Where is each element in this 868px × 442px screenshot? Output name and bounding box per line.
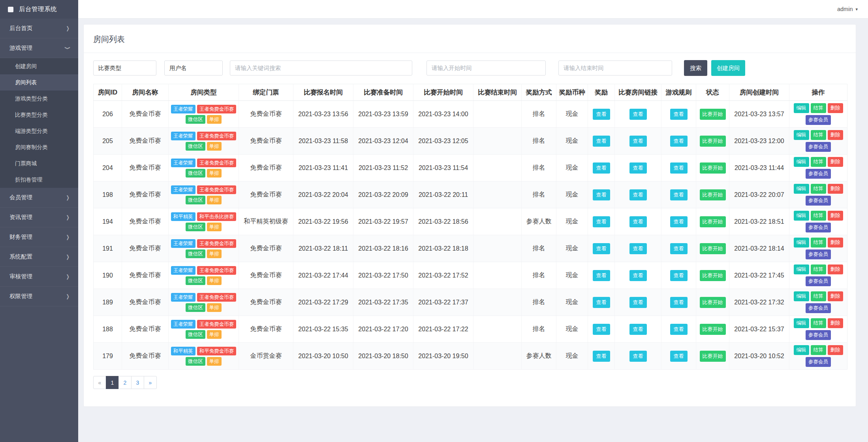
- reward-view-button[interactable]: 查看: [593, 162, 610, 174]
- members-button[interactable]: 参赛会员: [806, 276, 831, 286]
- delete-button[interactable]: 删除: [828, 130, 843, 140]
- status-button[interactable]: 比赛开始: [700, 136, 726, 147]
- settle-button[interactable]: 结算: [811, 345, 826, 355]
- edit-button[interactable]: 编辑: [794, 211, 809, 221]
- rules-view-button[interactable]: 查看: [670, 136, 688, 147]
- rules-view-button[interactable]: 查看: [670, 189, 688, 200]
- reward-view-button[interactable]: 查看: [593, 109, 610, 120]
- delete-button[interactable]: 删除: [828, 211, 843, 221]
- rules-view-button[interactable]: 查看: [670, 324, 688, 335]
- delete-button[interactable]: 删除: [828, 103, 843, 113]
- members-button[interactable]: 参赛会员: [806, 115, 831, 125]
- sidebar-item-资讯管理[interactable]: 资讯管理❯: [0, 208, 78, 227]
- sidebar-subitem-创建房间[interactable]: 创建房间: [0, 58, 78, 74]
- members-button[interactable]: 参赛会员: [806, 223, 831, 232]
- sidebar-subitem-端游类型分类[interactable]: 端游类型分类: [0, 123, 78, 139]
- edit-button[interactable]: 编辑: [794, 184, 809, 194]
- user-dropdown[interactable]: admin ▾: [837, 6, 858, 12]
- edit-button[interactable]: 编辑: [794, 264, 809, 274]
- sidebar-item-财务管理[interactable]: 财务管理❯: [0, 227, 78, 247]
- delete-button[interactable]: 删除: [828, 184, 843, 194]
- create-room-button[interactable]: 创建房间: [711, 60, 745, 76]
- status-button[interactable]: 比赛开始: [700, 243, 726, 254]
- rules-view-button[interactable]: 查看: [670, 109, 688, 120]
- edit-button[interactable]: 编辑: [794, 318, 809, 328]
- settle-button[interactable]: 结算: [811, 103, 826, 113]
- pagination-page-1[interactable]: 1: [106, 376, 119, 389]
- search-button[interactable]: 搜索: [684, 60, 707, 76]
- reward-view-button[interactable]: 查看: [593, 270, 610, 281]
- members-button[interactable]: 参赛会员: [806, 142, 831, 152]
- reward-view-button[interactable]: 查看: [593, 351, 610, 362]
- members-button[interactable]: 参赛会员: [806, 330, 831, 340]
- status-button[interactable]: 比赛开始: [700, 297, 726, 308]
- keyword-search-input[interactable]: [230, 60, 412, 76]
- edit-button[interactable]: 编辑: [794, 130, 809, 140]
- delete-button[interactable]: 删除: [828, 264, 843, 274]
- sidebar-subitem-比赛类型分类[interactable]: 比赛类型分类: [0, 107, 78, 123]
- edit-button[interactable]: 编辑: [794, 345, 809, 355]
- pagination-page-3[interactable]: 3: [131, 376, 144, 389]
- delete-button[interactable]: 删除: [828, 345, 843, 355]
- sidebar-subitem-游戏类型分类[interactable]: 游戏类型分类: [0, 91, 78, 107]
- edit-button[interactable]: 编辑: [794, 238, 809, 247]
- members-button[interactable]: 参赛会员: [806, 196, 831, 206]
- edit-button[interactable]: 编辑: [794, 103, 809, 113]
- settle-button[interactable]: 结算: [811, 184, 826, 194]
- settle-button[interactable]: 结算: [811, 291, 826, 301]
- room-link-view-button[interactable]: 查看: [629, 136, 647, 147]
- members-button[interactable]: 参赛会员: [806, 303, 831, 313]
- settle-button[interactable]: 结算: [811, 157, 826, 167]
- sidebar-subitem-房间列表[interactable]: 房间列表: [0, 74, 78, 91]
- sidebar-item-权限管理[interactable]: 权限管理❯: [0, 287, 78, 306]
- reward-view-button[interactable]: 查看: [593, 136, 610, 147]
- room-link-view-button[interactable]: 查看: [629, 297, 647, 308]
- reward-view-button[interactable]: 查看: [593, 324, 610, 335]
- sidebar-subitem-折扣卷管理[interactable]: 折扣卷管理: [0, 172, 78, 188]
- members-button[interactable]: 参赛会员: [806, 357, 831, 367]
- reward-view-button[interactable]: 查看: [593, 297, 610, 308]
- room-link-view-button[interactable]: 查看: [629, 162, 647, 174]
- status-button[interactable]: 比赛开始: [700, 324, 726, 335]
- settle-button[interactable]: 结算: [811, 318, 826, 328]
- reward-view-button[interactable]: 查看: [593, 189, 610, 200]
- pagination-prev-button[interactable]: «: [93, 376, 106, 389]
- reward-view-button[interactable]: 查看: [593, 216, 610, 227]
- settle-button[interactable]: 结算: [811, 264, 826, 274]
- status-button[interactable]: 比赛开始: [700, 189, 726, 200]
- end-time-input[interactable]: [558, 60, 672, 76]
- username-input[interactable]: [164, 60, 223, 76]
- room-link-view-button[interactable]: 查看: [629, 216, 647, 227]
- delete-button[interactable]: 删除: [828, 291, 843, 301]
- status-button[interactable]: 比赛开始: [700, 109, 726, 120]
- rules-view-button[interactable]: 查看: [670, 162, 688, 174]
- room-link-view-button[interactable]: 查看: [629, 109, 647, 120]
- status-button[interactable]: 比赛开始: [700, 351, 726, 362]
- sidebar-item-系统配置[interactable]: 系统配置❯: [0, 247, 78, 267]
- pagination-next-button[interactable]: »: [144, 376, 157, 389]
- room-link-view-button[interactable]: 查看: [629, 243, 647, 254]
- edit-button[interactable]: 编辑: [794, 157, 809, 167]
- members-button[interactable]: 参赛会员: [806, 249, 831, 259]
- status-button[interactable]: 比赛开始: [700, 162, 726, 174]
- sidebar-subitem-房间赛制分类[interactable]: 房间赛制分类: [0, 139, 78, 155]
- rules-view-button[interactable]: 查看: [670, 243, 688, 254]
- room-link-view-button[interactable]: 查看: [629, 270, 647, 281]
- status-button[interactable]: 比赛开始: [700, 216, 726, 227]
- rules-view-button[interactable]: 查看: [670, 216, 688, 227]
- members-button[interactable]: 参赛会员: [806, 169, 831, 179]
- room-link-view-button[interactable]: 查看: [629, 189, 647, 200]
- reward-view-button[interactable]: 查看: [593, 243, 610, 254]
- start-time-input[interactable]: [426, 60, 546, 76]
- settle-button[interactable]: 结算: [811, 238, 826, 247]
- sidebar-item-会员管理[interactable]: 会员管理❯: [0, 188, 78, 208]
- settle-button[interactable]: 结算: [811, 130, 826, 140]
- sidebar-item-审核管理[interactable]: 审核管理❯: [0, 267, 78, 287]
- sidebar-item-游戏管理[interactable]: 游戏管理❯: [0, 38, 78, 58]
- rules-view-button[interactable]: 查看: [670, 270, 688, 281]
- delete-button[interactable]: 删除: [828, 318, 843, 328]
- delete-button[interactable]: 删除: [828, 238, 843, 247]
- pagination-page-2[interactable]: 2: [118, 376, 132, 389]
- rules-view-button[interactable]: 查看: [670, 297, 688, 308]
- edit-button[interactable]: 编辑: [794, 291, 809, 301]
